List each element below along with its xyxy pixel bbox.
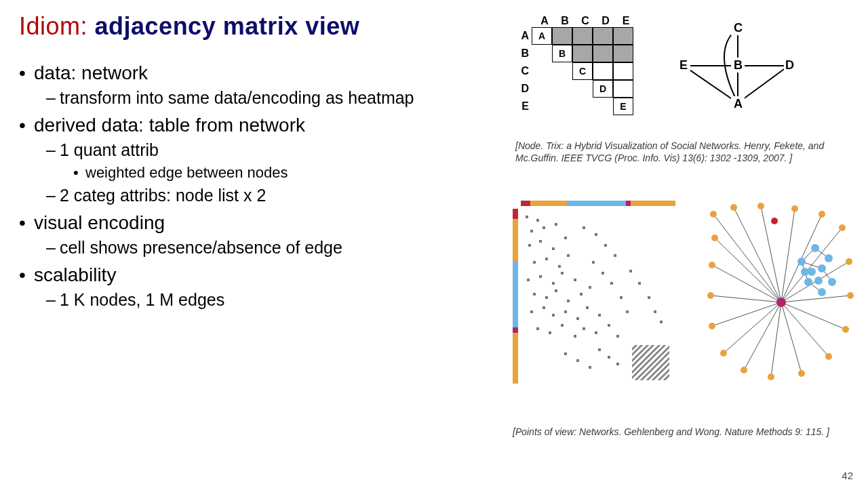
svg-point-54 (711, 235, 718, 241)
svg-point-56 (811, 244, 819, 252)
svg-line-26 (724, 302, 781, 353)
svg-point-40 (791, 205, 798, 212)
svg-line-24 (771, 302, 781, 377)
node-label: C (734, 21, 743, 35)
matrix-cell: A (532, 27, 552, 45)
svg-point-44 (847, 292, 854, 299)
matrix-cell (552, 27, 572, 45)
citation-pov: [Points of view: Networks. Gehlenberg an… (513, 426, 852, 438)
row-label: A (515, 30, 532, 42)
svg-line-15 (761, 206, 781, 302)
svg-point-37 (710, 211, 717, 218)
svg-line-20 (781, 296, 850, 302)
bullet-l2: 1 quant attrib (46, 140, 487, 160)
node-label: E (679, 58, 688, 72)
matrix-cell (613, 45, 633, 62)
adjacency-matrix-small: A B C D E A A B B (515, 15, 636, 130)
row-label: E (515, 100, 532, 113)
svg-line-25 (744, 302, 781, 370)
bullet-l1: visual encoding (19, 212, 487, 234)
svg-point-48 (768, 373, 774, 380)
svg-point-63 (814, 277, 823, 285)
svg-line-5 (738, 66, 789, 103)
bullet-l1: derived data: table from network (19, 115, 487, 136)
svg-point-55 (797, 258, 806, 266)
title-name: adjacency matrix view (95, 12, 360, 40)
bullet-l2: 1 K nodes, 1 M edges (46, 290, 487, 310)
svg-point-66 (771, 218, 778, 224)
row-label: C (515, 65, 532, 77)
matrix-cell (572, 45, 593, 62)
bullet-outline: data: network transform into same data/e… (19, 62, 487, 314)
svg-point-43 (846, 258, 852, 265)
svg-point-58 (804, 278, 812, 286)
node-label: A (734, 97, 743, 110)
svg-point-39 (757, 203, 764, 209)
svg-line-30 (715, 238, 781, 302)
svg-point-53 (709, 262, 715, 268)
col-label: A (534, 15, 555, 27)
svg-line-27 (712, 302, 781, 326)
title-idiom: Idiom: (19, 12, 95, 40)
matrix-cell: E (613, 98, 633, 115)
node-label: B (734, 58, 743, 72)
svg-point-65 (776, 298, 786, 307)
matrix-cell: C (572, 62, 593, 80)
node-label: D (785, 58, 794, 72)
svg-point-52 (707, 292, 714, 299)
row-label: B (515, 47, 532, 60)
nodelink-small: C B E D A (670, 15, 806, 117)
matrix-cell (613, 80, 633, 98)
bullet-l2: cell shows presence/absence of edge (46, 238, 487, 258)
svg-line-23 (781, 302, 802, 373)
row-label: D (515, 83, 532, 95)
bullet-l1: scalability (19, 264, 487, 286)
matrix-cell: D (593, 80, 613, 98)
svg-point-57 (818, 264, 826, 272)
col-label: C (575, 15, 595, 27)
col-label: B (555, 15, 575, 27)
adjacency-matrix-large (513, 201, 675, 384)
nodelink-large (707, 201, 856, 384)
svg-line-22 (781, 302, 829, 357)
matrix-cell (613, 62, 633, 80)
matrix-cell (613, 27, 633, 45)
svg-point-45 (842, 326, 849, 333)
svg-point-38 (730, 204, 737, 211)
svg-point-47 (798, 370, 805, 377)
svg-point-51 (709, 323, 715, 329)
bullet-l1: data: network (19, 62, 487, 84)
bullet-l3: weighted edge between nodes (73, 164, 487, 182)
figure-bottom-right (513, 201, 859, 397)
svg-point-49 (741, 367, 747, 373)
svg-line-21 (781, 302, 846, 329)
svg-point-41 (818, 211, 825, 218)
svg-point-50 (720, 350, 727, 357)
svg-line-13 (713, 214, 781, 302)
svg-point-59 (825, 254, 833, 262)
svg-point-61 (818, 288, 826, 296)
bullet-l2: 2 categ attribs: node list x 2 (46, 186, 487, 205)
svg-point-60 (828, 278, 836, 286)
matrix-cell (593, 45, 613, 62)
bullet-l2: transform into same data/encoding as hea… (46, 88, 487, 108)
figure-top-right: A B C D E A A B B (515, 15, 854, 130)
svg-point-64 (801, 268, 809, 276)
citation-nodetrix: [Node. Trix: a Hybrid Visualization of S… (515, 140, 827, 164)
matrix-cell (572, 27, 593, 45)
svg-point-42 (839, 224, 846, 231)
col-label: D (595, 15, 616, 27)
svg-point-46 (825, 353, 832, 360)
col-label: E (616, 15, 636, 27)
matrix-cell (593, 27, 613, 45)
matrix-cell (593, 62, 613, 80)
matrix-cell: B (552, 45, 572, 62)
slide-title: Idiom: adjacency matrix view (19, 12, 359, 41)
page-number: 42 (842, 470, 853, 481)
